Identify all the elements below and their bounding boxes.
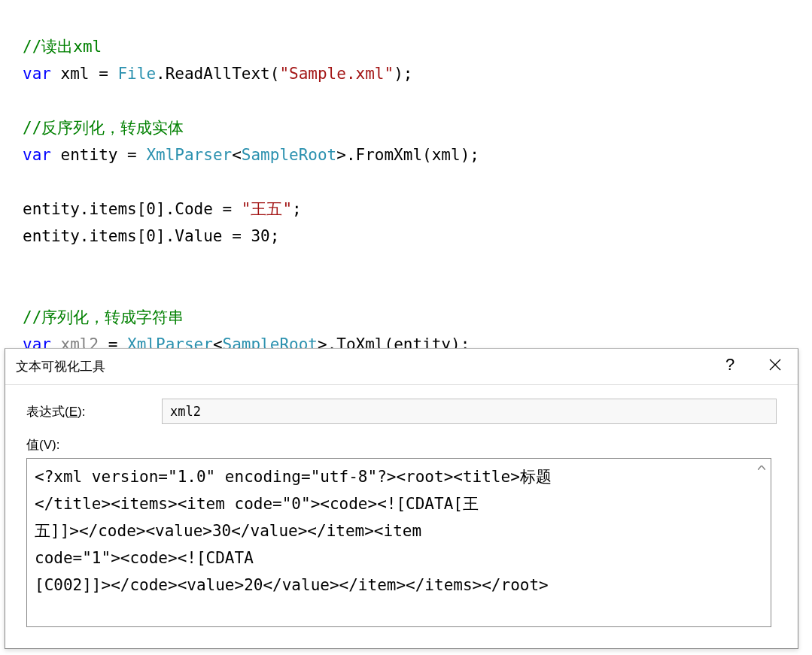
value-textarea[interactable]: <?xml version="1.0" encoding="utf-8"?><r… <box>26 458 771 627</box>
expression-row: 表达式(E): <box>26 399 777 424</box>
close-icon <box>769 359 781 371</box>
xml-output-line: <?xml version="1.0" encoding="utf-8"?><r… <box>35 468 552 486</box>
scroll-up-icon[interactable] <box>754 460 769 475</box>
xml-output-line: 五]]></code><value>30</value></item><item <box>35 522 421 540</box>
value-label: 值(V): <box>26 436 777 453</box>
keyword-var: var <box>23 65 51 83</box>
code-editor[interactable]: //读出xml var xml = File.ReadAllText("Samp… <box>0 0 812 364</box>
comment-deserialize: //反序列化，转成实体 <box>23 119 184 137</box>
dialog-controls: ? <box>707 349 798 385</box>
type-sampleroot: SampleRoot <box>242 146 336 164</box>
text-visualizer-dialog: 文本可视化工具 ? 表达式(E): 值(V): <?xml version="1… <box>5 348 798 649</box>
xml-output-line: code="1"><code><![CDATA <box>35 549 254 567</box>
code-assign-value: entity.items[0].Value = 30; <box>23 227 279 245</box>
xml-output-line: [C002]]></code><value>20</value></item><… <box>35 576 549 594</box>
string-wangwu: "王五" <box>242 200 292 218</box>
type-xmlparser: XmlParser <box>146 146 232 164</box>
keyword-var: var <box>23 146 51 164</box>
comment-serialize: //序列化，转成字符串 <box>23 308 184 326</box>
string-sample-xml: "Sample.xml" <box>279 65 394 83</box>
dialog-body: 表达式(E): 值(V): <?xml version="1.0" encodi… <box>5 385 798 641</box>
type-file: File <box>117 65 156 83</box>
dialog-titlebar[interactable]: 文本可视化工具 ? <box>5 349 798 385</box>
dialog-title: 文本可视化工具 <box>16 358 105 375</box>
code-assign-code: entity.items[0].Code = <box>23 200 242 218</box>
comment-read-xml: //读出xml <box>23 38 102 56</box>
xml-output-line: </title><items><item code="0"><code><![C… <box>35 495 479 513</box>
close-button[interactable] <box>753 349 798 381</box>
expression-label: 表达式(E): <box>26 403 162 420</box>
expression-input[interactable] <box>162 399 777 424</box>
help-button[interactable]: ? <box>707 349 753 381</box>
